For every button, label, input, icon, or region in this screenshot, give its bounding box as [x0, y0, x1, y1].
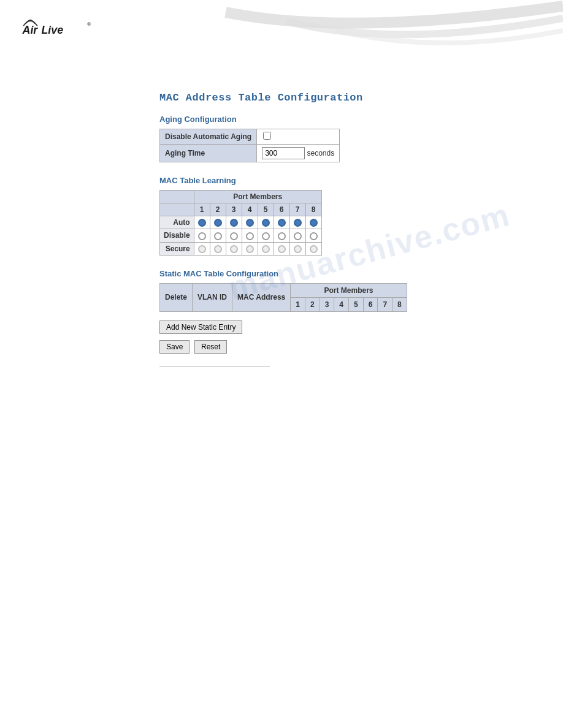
header: Air Live ® [0, 0, 563, 67]
learning-secure-row: Secure [160, 242, 322, 255]
aging-time-unit: seconds [307, 149, 334, 157]
add-entry-row: Add New Static Entry [159, 320, 526, 334]
header-swoosh [164, 0, 563, 67]
static-port-6: 6 [363, 297, 378, 311]
page-title: MAC Address Table Configuration [159, 92, 526, 104]
static-header-row1: Delete VLAN ID MAC Address Port Members [160, 283, 407, 297]
svg-text:®: ® [87, 21, 91, 27]
disable-aging-checkbox[interactable] [263, 132, 271, 140]
secure-label: Secure [160, 242, 194, 255]
static-port-8: 8 [393, 297, 407, 311]
svg-text:Live: Live [41, 24, 63, 36]
auto-label: Auto [160, 216, 194, 229]
disable-port-6[interactable] [274, 229, 289, 242]
auto-port-1[interactable] [194, 216, 210, 229]
learning-port-1: 1 [194, 203, 210, 216]
static-vlanid-header: VLAN ID [193, 283, 232, 311]
aging-section-title: Aging Configuration [159, 115, 526, 124]
secure-port-5[interactable] [258, 242, 274, 255]
disable-port-3[interactable] [226, 229, 242, 242]
save-button[interactable]: Save [159, 340, 190, 354]
secure-port-3[interactable] [226, 242, 242, 255]
aging-time-row: Aging Time seconds [160, 145, 340, 162]
disable-port-8[interactable] [305, 229, 321, 242]
static-macaddr-header: MAC Address [232, 283, 291, 311]
learning-empty-header [160, 191, 194, 203]
aging-config-table: Disable Automatic Aging Aging Time secon… [159, 129, 340, 162]
static-mac-section-title: Static MAC Table Configuration [159, 269, 526, 278]
auto-port-5[interactable] [258, 216, 274, 229]
learning-port-6: 6 [274, 203, 289, 216]
static-mac-table: Delete VLAN ID MAC Address Port Members … [159, 283, 407, 312]
add-new-static-entry-button[interactable]: Add New Static Entry [159, 320, 242, 334]
learning-port-7: 7 [289, 203, 305, 216]
auto-port-6[interactable] [274, 216, 289, 229]
learning-port-numbers-row: 1 2 3 4 5 6 7 8 [160, 203, 322, 216]
secure-port-8[interactable] [305, 242, 321, 255]
disable-aging-label: Disable Automatic Aging [160, 129, 257, 145]
learning-port-members-header: Port Members [194, 191, 321, 203]
svg-text:Air: Air [22, 24, 39, 36]
secure-port-4[interactable] [242, 242, 258, 255]
aging-time-label: Aging Time [160, 145, 257, 162]
action-button-row: Save Reset [159, 340, 526, 354]
auto-port-2[interactable] [210, 216, 226, 229]
static-port-2: 2 [305, 297, 320, 311]
static-delete-header: Delete [160, 283, 193, 311]
disable-label: Disable [160, 229, 194, 242]
learning-port-5: 5 [258, 203, 274, 216]
main-content: MAC Address Table Configuration Aging Co… [0, 67, 563, 403]
static-port-5: 5 [349, 297, 364, 311]
learning-port-2: 2 [210, 203, 226, 216]
auto-port-8[interactable] [305, 216, 321, 229]
learning-port-8: 8 [305, 203, 321, 216]
learning-port-4: 4 [242, 203, 258, 216]
static-port-4: 4 [334, 297, 349, 311]
learning-row-label-header [160, 203, 194, 216]
auto-port-4[interactable] [242, 216, 258, 229]
disable-port-5[interactable] [258, 229, 274, 242]
mac-learning-table: Port Members 1 2 3 4 5 6 7 8 Auto Dis [159, 190, 322, 256]
learning-header-row: Port Members [160, 191, 322, 203]
learning-auto-row: Auto [160, 216, 322, 229]
static-port-3: 3 [320, 297, 334, 311]
logo-area: Air Live ® [18, 11, 98, 47]
static-port-members-header: Port Members [291, 283, 407, 297]
secure-port-7[interactable] [289, 242, 305, 255]
footer-divider [159, 366, 270, 366]
mac-learning-section-title: MAC Table Learning [159, 176, 526, 185]
reset-button[interactable]: Reset [194, 340, 227, 354]
aging-time-input[interactable] [262, 147, 305, 159]
secure-port-6[interactable] [274, 242, 289, 255]
learning-port-3: 3 [226, 203, 242, 216]
static-port-7: 7 [378, 297, 393, 311]
aging-row-disable: Disable Automatic Aging [160, 129, 340, 145]
auto-port-7[interactable] [289, 216, 305, 229]
disable-port-4[interactable] [242, 229, 258, 242]
disable-port-1[interactable] [194, 229, 210, 242]
secure-port-2[interactable] [210, 242, 226, 255]
disable-port-2[interactable] [210, 229, 226, 242]
learning-disable-row: Disable [160, 229, 322, 242]
aging-time-cell: seconds [257, 145, 340, 162]
disable-port-7[interactable] [289, 229, 305, 242]
auto-port-3[interactable] [226, 216, 242, 229]
airlive-logo: Air Live ® [18, 11, 98, 45]
disable-aging-cell [257, 129, 340, 145]
static-port-1: 1 [291, 297, 305, 311]
secure-port-1[interactable] [194, 242, 210, 255]
